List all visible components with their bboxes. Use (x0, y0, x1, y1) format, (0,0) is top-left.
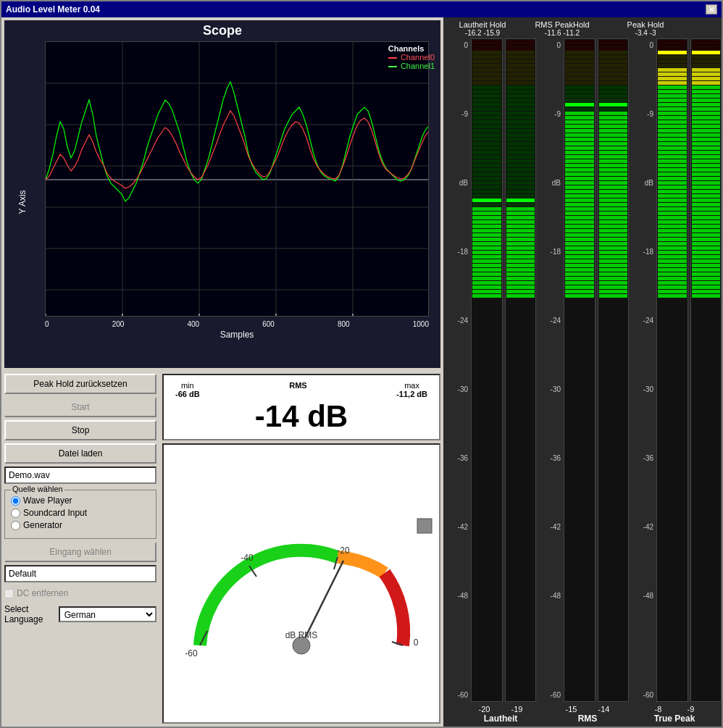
svg-text:dB RMS: dB RMS (285, 630, 318, 640)
lautheit-bars (471, 38, 536, 702)
scope-title: Scope (7, 23, 438, 38)
rms-footer: -15-14 RMS (555, 705, 620, 724)
left-panel: Scope Y Axis Channels Channel0 Channel1 (1, 17, 443, 727)
radio-soundcard[interactable]: Soundcard Input (11, 508, 150, 518)
language-label: Select Language (4, 604, 53, 624)
scale-col: 0 -9 dB -18 -24 -30 -36 -42 -48 (446, 38, 468, 702)
dc-remove-checkbox-row: DC entfernen (4, 588, 156, 598)
lautheit-section (471, 38, 536, 702)
scale-col-2: 0 -9 dB -18 -24 -30 -36 -42 -48 (539, 38, 561, 702)
controls-area: Peak Hold zurücksetzen Start Stop Datei … (1, 371, 443, 727)
true-peak-footer: -8-9 True Peak (642, 705, 707, 724)
scope-area: Scope Y Axis Channels Channel0 Channel1 (4, 20, 440, 368)
dc-remove-label: DC entfernen (17, 588, 68, 598)
peak-bar-right (690, 38, 722, 702)
db-display: min -66 dB RMS max -11,2 dB -14 dB (162, 374, 440, 440)
main-content: Scope Y Axis Channels Channel0 Channel1 (1, 17, 722, 727)
peak-bar-left (656, 38, 688, 702)
min-label: min -66 dB (175, 381, 200, 398)
source-group: Quelle wählen Wave Player Soundcard Inpu… (4, 490, 156, 539)
db-display-top: min -66 dB RMS max -11,2 dB (175, 381, 427, 398)
x-axis-labels: 02004006008001000 (45, 320, 429, 328)
meters-footer: -20-19 Lautheit -15-14 RMS -8-9 True (446, 705, 722, 724)
rms-header: RMS PeakHold -11.6 -11.2 (519, 20, 606, 37)
language-row: Select Language German English French (4, 604, 156, 624)
rms-section (564, 38, 629, 702)
rms-label: RMS (289, 381, 306, 398)
radio-generator[interactable]: Generator (11, 520, 150, 530)
scope-svg: 30000 20000 10000 0 -10000 -20000 -30000 (45, 41, 429, 317)
channel0-label: Channel0 (388, 53, 435, 62)
scale-col-3: 0 -9 dB -18 -24 -30 -36 -42 -48 (632, 38, 653, 702)
true-peak-bars (656, 38, 722, 702)
device-input[interactable] (4, 565, 156, 582)
lautheit-bar-right (505, 38, 537, 702)
lautheit-header: Lautheit Hold -16.2 -15.9 (446, 20, 519, 37)
rms-bars (564, 38, 629, 702)
source-group-title: Quelle wählen (11, 485, 64, 493)
file-input[interactable] (4, 466, 156, 484)
select-input-button[interactable]: Eingang wählen (4, 542, 156, 562)
gauge-container: -60 -40 -20 0 (162, 443, 440, 724)
lautheit-footer: -20-19 Lautheit (468, 705, 533, 724)
svg-text:-60: -60 (185, 648, 198, 656)
window-title: Audio Level Meter 0.04 (6, 4, 100, 14)
channels-label: Channels (388, 44, 435, 53)
radio-wave-player[interactable]: Wave Player (11, 495, 150, 506)
y-axis-label: Y Axis (17, 190, 28, 214)
start-button[interactable]: Start (4, 397, 156, 417)
true-peak-section (656, 38, 722, 702)
meters-headers: Lautheit Hold -16.2 -15.9 RMS PeakHold -… (446, 20, 722, 37)
language-select[interactable]: German English French (59, 606, 156, 622)
rms-bar-right (598, 38, 630, 702)
db-main-value: -14 dB (175, 400, 427, 433)
lautheit-bar-left (471, 38, 503, 702)
rms-bar-left (564, 38, 595, 702)
gauge-area: min -66 dB RMS max -11,2 dB -14 dB (162, 374, 440, 724)
vu-gauge-svg: -60 -40 -20 0 (164, 511, 439, 656)
svg-text:0: 0 (414, 637, 419, 648)
right-panel: Lautheit Hold -16.2 -15.9 RMS PeakHold -… (443, 17, 722, 727)
load-file-button[interactable]: Datei laden (4, 443, 156, 464)
x-axis-label: Samples (45, 330, 429, 340)
max-label: max -11,2 dB (396, 381, 427, 398)
svg-text:-20: -20 (337, 545, 350, 556)
channel1-label: Channel1 (388, 62, 435, 70)
dc-remove-checkbox[interactable] (4, 589, 14, 598)
meters-body: 0 -9 dB -18 -24 -30 -36 -42 -48 (446, 38, 722, 702)
stop-button[interactable]: Stop (4, 420, 156, 440)
svg-text:-40: -40 (241, 553, 254, 563)
title-bar: Audio Level Meter 0.04 ✕ (1, 1, 722, 17)
left-controls: Peak Hold zurücksetzen Start Stop Datei … (4, 374, 156, 724)
peak-header: Peak Hold -3.4 -3 (606, 20, 685, 37)
channels-legend: Channels Channel0 Channel1 (388, 44, 435, 70)
close-button[interactable]: ✕ (706, 4, 717, 14)
peak-hold-reset-button[interactable]: Peak Hold zurücksetzen (4, 374, 156, 394)
svg-rect-36 (417, 519, 432, 533)
main-window: Audio Level Meter 0.04 ✕ Scope Y Axis Ch… (0, 0, 723, 728)
